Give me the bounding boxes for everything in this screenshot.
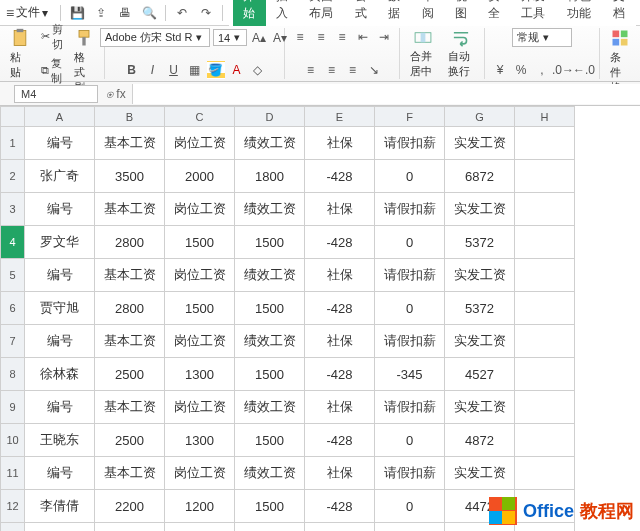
tab-7[interactable]: 安全 <box>478 0 511 26</box>
cell-F11[interactable]: 请假扣薪 <box>375 457 445 490</box>
cell-A2[interactable]: 张广奇 <box>25 160 95 193</box>
tab-3[interactable]: 公式 <box>345 0 378 26</box>
cell-C2[interactable]: 2000 <box>165 160 235 193</box>
font-color-button[interactable]: A <box>228 61 246 79</box>
cell-F4[interactable]: 0 <box>375 226 445 259</box>
cell-H5[interactable] <box>515 259 575 292</box>
cell-E12[interactable]: -428 <box>305 490 375 523</box>
cell-F7[interactable]: 请假扣薪 <box>375 325 445 358</box>
formula-input[interactable] <box>132 84 640 104</box>
cell-E3[interactable]: 社保 <box>305 193 375 226</box>
cell-D8[interactable]: 1500 <box>235 358 305 391</box>
cell-D11[interactable]: 绩效工资 <box>235 457 305 490</box>
cell-H12[interactable] <box>515 490 575 523</box>
cell-D12[interactable]: 1500 <box>235 490 305 523</box>
cell-E1[interactable]: 社保 <box>305 127 375 160</box>
redo-icon[interactable]: ↷ <box>196 3 216 23</box>
row-header-8[interactable]: 8 <box>1 358 25 391</box>
cell-B11[interactable]: 基本工资 <box>95 457 165 490</box>
cell-G5[interactable]: 实发工资 <box>445 259 515 292</box>
cell-C1[interactable]: 岗位工资 <box>165 127 235 160</box>
undo-icon[interactable]: ↶ <box>172 3 192 23</box>
cell-H1[interactable] <box>515 127 575 160</box>
file-menu[interactable]: ≡ 文件 ▾ <box>4 4 54 21</box>
cell-B8[interactable]: 2500 <box>95 358 165 391</box>
col-header-E[interactable]: E <box>305 107 375 127</box>
cell-B5[interactable]: 基本工资 <box>95 259 165 292</box>
underline-button[interactable]: U <box>165 61 183 79</box>
cell-G6[interactable]: 5372 <box>445 292 515 325</box>
cell-D7[interactable]: 绩效工资 <box>235 325 305 358</box>
cell-A9[interactable]: 编号 <box>25 391 95 424</box>
cell-B13[interactable] <box>95 523 165 532</box>
cell-D10[interactable]: 1500 <box>235 424 305 457</box>
row-header-1[interactable]: 1 <box>1 127 25 160</box>
cell-H10[interactable] <box>515 424 575 457</box>
tab-5[interactable]: 审阅 <box>412 0 445 26</box>
cell-A12[interactable]: 李倩倩 <box>25 490 95 523</box>
cell-D9[interactable]: 绩效工资 <box>235 391 305 424</box>
copy-button[interactable]: ⧉ 复制 <box>38 55 66 87</box>
wrap-button[interactable]: 自动换行 <box>444 28 478 79</box>
cell-E10[interactable]: -428 <box>305 424 375 457</box>
row-header-7[interactable]: 7 <box>1 325 25 358</box>
dec-dec-icon[interactable]: ←.0 <box>575 61 593 79</box>
cell-F2[interactable]: 0 <box>375 160 445 193</box>
align-top-icon[interactable]: ≡ <box>291 28 309 46</box>
cell-A7[interactable]: 编号 <box>25 325 95 358</box>
number-format-select[interactable]: 常规 ▾ <box>512 28 572 47</box>
cell-C4[interactable]: 1500 <box>165 226 235 259</box>
cell-G2[interactable]: 6872 <box>445 160 515 193</box>
cell-D5[interactable]: 绩效工资 <box>235 259 305 292</box>
cell-B12[interactable]: 2200 <box>95 490 165 523</box>
dec-inc-icon[interactable]: .0→ <box>554 61 572 79</box>
cell-G7[interactable]: 实发工资 <box>445 325 515 358</box>
cell-F10[interactable]: 0 <box>375 424 445 457</box>
tab-1[interactable]: 插入 <box>266 0 299 26</box>
cell-E9[interactable]: 社保 <box>305 391 375 424</box>
indent-inc-icon[interactable]: ⇥ <box>375 28 393 46</box>
export-icon[interactable]: ⇪ <box>91 3 111 23</box>
cell-E7[interactable]: 社保 <box>305 325 375 358</box>
row-header-10[interactable]: 10 <box>1 424 25 457</box>
cell-H8[interactable] <box>515 358 575 391</box>
col-header-G[interactable]: G <box>445 107 515 127</box>
cell-D6[interactable]: 1500 <box>235 292 305 325</box>
cell-F1[interactable]: 请假扣薪 <box>375 127 445 160</box>
cell-A4[interactable]: 罗文华 <box>25 226 95 259</box>
cell-F3[interactable]: 请假扣薪 <box>375 193 445 226</box>
font-size-select[interactable]: 14 ▾ <box>213 29 247 46</box>
cell-A11[interactable]: 编号 <box>25 457 95 490</box>
cell-F9[interactable]: 请假扣薪 <box>375 391 445 424</box>
cell-A5[interactable]: 编号 <box>25 259 95 292</box>
cell-F5[interactable]: 请假扣薪 <box>375 259 445 292</box>
select-all-corner[interactable] <box>1 107 25 127</box>
cell-A1[interactable]: 编号 <box>25 127 95 160</box>
orientation-icon[interactable]: ↘ <box>365 61 383 79</box>
cell-D4[interactable]: 1500 <box>235 226 305 259</box>
cell-F8[interactable]: -345 <box>375 358 445 391</box>
cell-G9[interactable]: 实发工资 <box>445 391 515 424</box>
cell-B1[interactable]: 基本工资 <box>95 127 165 160</box>
cell-H4[interactable] <box>515 226 575 259</box>
cell-H11[interactable] <box>515 457 575 490</box>
col-header-B[interactable]: B <box>95 107 165 127</box>
cell-B2[interactable]: 3500 <box>95 160 165 193</box>
percent-icon[interactable]: % <box>512 61 530 79</box>
grow-font-icon[interactable]: A▴ <box>250 29 268 47</box>
cell-E13[interactable] <box>305 523 375 532</box>
cell-G3[interactable]: 实发工资 <box>445 193 515 226</box>
cell-G12[interactable]: 4472 <box>445 490 515 523</box>
cell-B9[interactable]: 基本工资 <box>95 391 165 424</box>
name-box[interactable]: M4 <box>14 85 98 103</box>
row-header-2[interactable]: 2 <box>1 160 25 193</box>
cell-G10[interactable]: 4872 <box>445 424 515 457</box>
align-left-icon[interactable]: ≡ <box>302 61 320 79</box>
cell-C11[interactable]: 岗位工资 <box>165 457 235 490</box>
cell-A6[interactable]: 贾守旭 <box>25 292 95 325</box>
cell-G4[interactable]: 5372 <box>445 226 515 259</box>
indent-dec-icon[interactable]: ⇤ <box>354 28 372 46</box>
cell-C5[interactable]: 岗位工资 <box>165 259 235 292</box>
cell-B7[interactable]: 基本工资 <box>95 325 165 358</box>
italic-button[interactable]: I <box>144 61 162 79</box>
